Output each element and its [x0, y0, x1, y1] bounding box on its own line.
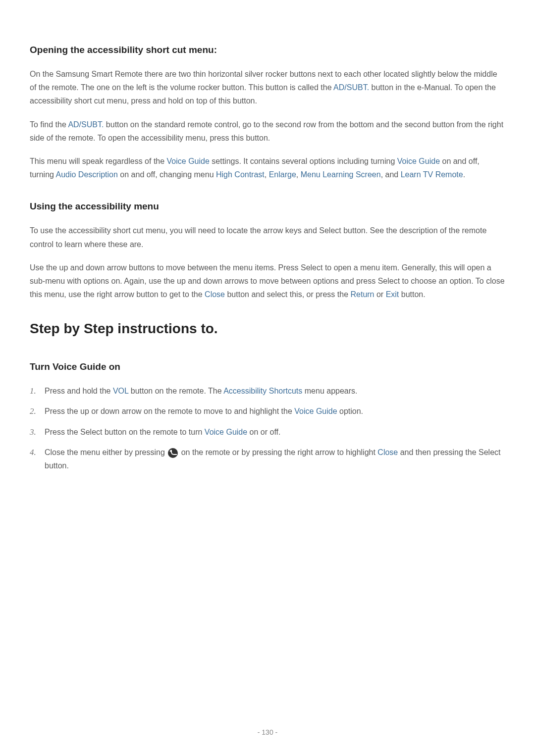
term-vol: VOL: [113, 387, 128, 395]
section-opening-menu: Opening the accessibility short cut menu…: [30, 45, 505, 181]
term-enlarge: Enlarge: [269, 170, 296, 179]
paragraph-opening-2: To find the AD/SUBT. button on the stand…: [30, 118, 505, 145]
text: on or off.: [247, 428, 280, 436]
text: option.: [337, 407, 363, 415]
term-close: Close: [205, 290, 225, 299]
term-voice-guide: Voice Guide: [294, 407, 337, 415]
heading-turn-voice-guide: Turn Voice Guide on: [30, 361, 505, 372]
text: button.: [399, 290, 425, 299]
term-return: Return: [350, 290, 374, 299]
term-exit: Exit: [386, 290, 399, 299]
text: menu appears.: [302, 387, 357, 395]
return-icon: [168, 448, 178, 458]
text: on the remote or by pressing the right a…: [179, 448, 377, 456]
section-turn-voice-guide-on: Turn Voice Guide on Press and hold the V…: [30, 361, 505, 472]
text: Press and hold the: [45, 387, 113, 395]
heading-using: Using the accessibility menu: [30, 201, 505, 212]
list-item: Close the menu either by pressing on the…: [45, 446, 505, 472]
paragraph-opening-1: On the Samsung Smart Remote there are tw…: [30, 67, 505, 108]
heading-step-by-step: Step by Step instructions to.: [30, 321, 505, 337]
term-audio-description: Audio Description: [55, 170, 117, 179]
text: on and off, changing menu: [118, 170, 216, 179]
text: .: [463, 170, 465, 179]
term-voice-guide: Voice Guide: [205, 428, 247, 436]
ordered-list-steps: Press and hold the VOL button on the rem…: [30, 384, 505, 472]
text: This menu will speak regardless of the: [30, 157, 167, 165]
heading-opening: Opening the accessibility short cut menu…: [30, 45, 505, 55]
text: button on the remote. The: [128, 387, 223, 395]
list-item: Press the Select button on the remote to…: [45, 425, 505, 439]
text: ,: [296, 170, 301, 179]
text: Press the up or down arrow on the remote…: [45, 407, 294, 415]
paragraph-opening-3: This menu will speak regardless of the V…: [30, 154, 505, 181]
term-menu-learning-screen: Menu Learning Screen: [301, 170, 381, 179]
term-learn-tv-remote: Learn TV Remote: [401, 170, 463, 179]
paragraph-using-2: Use the up and down arrow buttons to mov…: [30, 261, 505, 302]
paragraph-using-1: To use the accessibility short cut menu,…: [30, 224, 505, 251]
term-high-contrast: High Contrast: [216, 170, 265, 179]
text: Press the Select button on the remote to…: [45, 428, 205, 436]
term-ad-subt: AD/SUBT.: [68, 120, 104, 129]
list-item: Press and hold the VOL button on the rem…: [45, 384, 505, 398]
text: or: [374, 290, 386, 299]
page-number: - 130 -: [258, 728, 277, 736]
section-using-menu: Using the accessibility menu To use the …: [30, 201, 505, 301]
text: settings. It contains several options in…: [210, 157, 397, 165]
term-ad-subt: AD/SUBT.: [333, 83, 369, 92]
term-close: Close: [377, 448, 398, 456]
term-voice-guide: Voice Guide: [167, 157, 210, 165]
text: ,: [265, 170, 269, 179]
text: To find the: [30, 120, 68, 129]
text: button and select this, or press the: [225, 290, 350, 299]
term-accessibility-shortcuts: Accessibility Shortcuts: [223, 387, 302, 395]
text: , and: [381, 170, 401, 179]
text: Close the menu either by pressing: [45, 448, 167, 456]
list-item: Press the up or down arrow on the remote…: [45, 404, 505, 418]
term-voice-guide: Voice Guide: [397, 157, 440, 165]
